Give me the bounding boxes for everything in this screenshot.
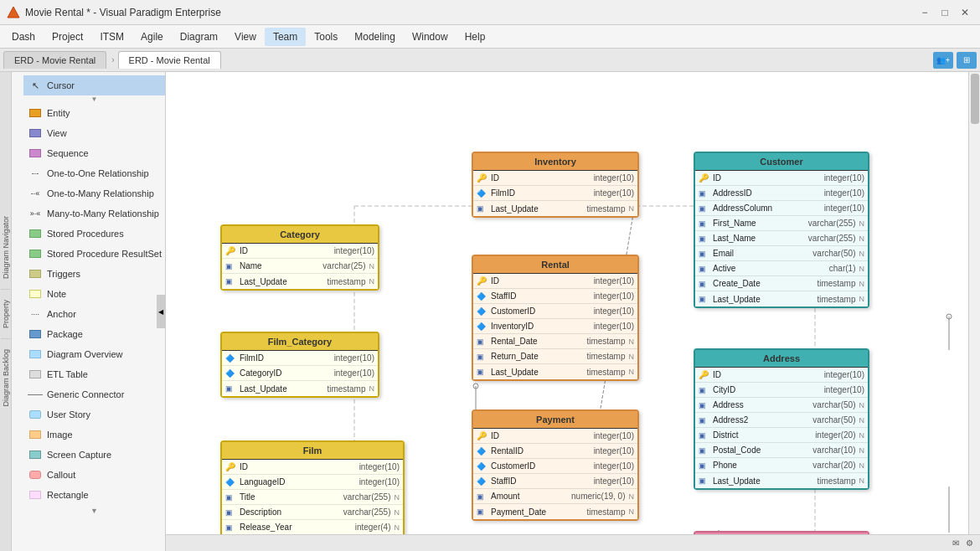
menu-project[interactable]: Project: [44, 28, 91, 46]
sidebar-item-image[interactable]: Image: [23, 425, 165, 445]
table-film[interactable]: Film 🔑 ID integer(10) 🔷 LanguageID integ…: [220, 440, 405, 539]
main-layout: Diagram Navigator Property Diagram Backl…: [0, 72, 980, 551]
table-row: ▣ CityID integer(10): [695, 383, 868, 398]
field-icon: ▣: [699, 189, 710, 198]
property-tab[interactable]: Property: [0, 293, 12, 335]
window-controls: − □ ✕: [916, 4, 973, 21]
table-payment[interactable]: Payment 🔑 ID integer(10) 🔷 RentalID inte…: [472, 409, 639, 521]
sidebar-item-etl-table[interactable]: ETL Table: [23, 364, 165, 384]
fk-icon: 🔷: [225, 354, 237, 363]
sidebar-item-diagram-overview[interactable]: Diagram Overview: [23, 344, 165, 364]
field-icon: ▣: [225, 384, 237, 393]
sidebar-collapse-button[interactable]: ◀: [157, 295, 165, 328]
field-icon: ▣: [477, 204, 488, 213]
menu-tools[interactable]: Tools: [306, 28, 346, 46]
sidebar-items: ↖ Cursor ▼ Entity View Sequence: [23, 72, 165, 551]
sidebar-item-many-to-many[interactable]: »·« Many-to-Many Relationship: [23, 203, 165, 224]
diagram-backlog-tab[interactable]: Diagram Backlog: [0, 342, 12, 414]
table-row: ▣ Last_Update timestamp N: [695, 291, 868, 306]
menu-dash[interactable]: Dash: [3, 28, 44, 46]
field-icon: ▣: [225, 262, 237, 270]
minimize-button[interactable]: −: [916, 4, 933, 21]
sidebar-item-generic-connector[interactable]: —— Generic Connector: [23, 384, 165, 404]
table-row: ▣ Return_Date timestamp N: [473, 349, 637, 364]
table-row: ▣ Active char(1) N: [695, 261, 868, 276]
image-icon: [28, 428, 42, 441]
sidebar-item-rectangle[interactable]: Rectangle: [23, 485, 165, 505]
table-row: 🔷 RentalID integer(10): [473, 444, 637, 459]
sidebar-item-user-story[interactable]: User Story: [23, 404, 165, 425]
table-row: 🔑 ID integer(10): [473, 171, 637, 186]
field-icon: ▣: [699, 446, 710, 455]
table-row: 🔑 ID integer(10): [222, 460, 403, 475]
diagram-navigator-tab[interactable]: Diagram Navigator: [0, 209, 12, 286]
title-bar: Movie Rental * - Visual Paradigm Enterpr…: [0, 0, 980, 25]
field-icon: ▣: [225, 493, 237, 502]
anchor-icon: ····: [28, 307, 42, 321]
table-row: 🔑 ID integer(10): [222, 244, 378, 259]
table-address[interactable]: Address 🔑 ID integer(10) ▣ CityID intege…: [694, 348, 869, 490]
table-category[interactable]: Category 🔑 ID integer(10) ▣ Name varchar…: [220, 224, 379, 291]
layout-button[interactable]: ⊞: [957, 52, 977, 69]
table-row: ▣ Address varchar(50) N: [695, 398, 868, 413]
fk-icon: 🔷: [225, 478, 237, 487]
sidebar-item-stored-proc-result[interactable]: Stored Procedure ResultSet: [23, 244, 165, 264]
table-inventory[interactable]: Inventory 🔑 ID integer(10) 🔷 FilmID inte…: [472, 152, 639, 218]
table-row: ▣ Last_Update timestamp N: [695, 473, 868, 488]
settings-icon[interactable]: ⚙: [966, 538, 973, 548]
table-row: 🔑 ID integer(10): [473, 274, 637, 289]
sidebar-item-one-to-one[interactable]: -·- One-to-One Relationship: [23, 163, 165, 183]
menu-diagram[interactable]: Diagram: [172, 28, 226, 46]
sidebar-item-note[interactable]: Note: [23, 284, 165, 304]
sidebar-item-anchor[interactable]: ···· Anchor: [23, 304, 165, 324]
field-icon: ▣: [699, 219, 710, 228]
sidebar-item-screen-capture[interactable]: Screen Capture: [23, 445, 165, 465]
scrollbar-thumb[interactable]: [971, 74, 979, 124]
maximize-button[interactable]: □: [936, 4, 953, 21]
sidebar-item-callout[interactable]: Callout: [23, 465, 165, 485]
one-to-many-icon: -·«: [28, 187, 42, 200]
tab-erd-2[interactable]: ERD - Movie Rental: [118, 51, 221, 69]
mail-icon[interactable]: ✉: [952, 538, 959, 548]
menu-modeling[interactable]: Modeling: [346, 28, 404, 46]
field-icon: ▣: [699, 280, 710, 288]
sidebar-item-one-to-many[interactable]: -·« One-to-Many Relationship: [23, 183, 165, 203]
table-row: ▣ Title varchar(255) N: [222, 490, 403, 505]
table-row: ▣ AddressID integer(10): [695, 186, 868, 201]
table-film-category[interactable]: Film_Category 🔷 FilmID integer(10) 🔷 Cat…: [220, 332, 379, 398]
sidebar-item-entity[interactable]: Entity: [23, 103, 165, 123]
sidebar-item-package[interactable]: Package: [23, 324, 165, 344]
sequence-icon: [28, 147, 42, 160]
vertical-scrollbar[interactable]: [968, 72, 980, 551]
sidebar-item-view[interactable]: View: [23, 123, 165, 143]
fk-icon: 🔷: [477, 447, 488, 456]
table-customer[interactable]: Customer 🔑 ID integer(10) ▣ AddressID in…: [694, 152, 869, 308]
field-icon: ▣: [699, 461, 710, 470]
canvas[interactable]: Inventory 🔑 ID integer(10) 🔷 FilmID inte…: [166, 72, 980, 551]
table-row: ▣ Amount numeric(19, 0) N: [473, 489, 637, 504]
menu-itsm[interactable]: ITSM: [91, 28, 132, 46]
collab-button[interactable]: 👥+: [933, 52, 953, 69]
menu-view[interactable]: View: [226, 28, 265, 46]
table-row: ▣ Release_Year integer(4) N: [222, 520, 403, 535]
table-rental[interactable]: Rental 🔑 ID integer(10) 🔷 StaffID intege…: [472, 255, 639, 381]
svg-point-10: [946, 314, 952, 319]
menu-help[interactable]: Help: [456, 28, 494, 46]
table-row: ▣ Postal_Code varchar(10) N: [695, 443, 868, 458]
app-icon: [7, 6, 20, 19]
sidebar-item-cursor[interactable]: ↖ Cursor: [23, 75, 165, 95]
one-to-one-icon: -·-: [28, 167, 42, 180]
close-button[interactable]: ✕: [957, 4, 973, 21]
table-row: ▣ Description varchar(255) N: [222, 505, 403, 520]
menu-window[interactable]: Window: [404, 28, 456, 46]
pk-icon: 🔑: [225, 246, 237, 255]
menu-team[interactable]: Team: [265, 28, 306, 46]
table-row: 🔑 ID integer(10): [695, 368, 868, 383]
sidebar-item-triggers[interactable]: Triggers: [23, 264, 165, 284]
menu-agile[interactable]: Agile: [132, 28, 172, 46]
screen-capture-icon: [28, 448, 42, 461]
tab-erd-1[interactable]: ERD - Movie Rental: [3, 51, 106, 69]
sidebar-item-sequence[interactable]: Sequence: [23, 143, 165, 163]
table-row: ▣ Last_Update timestamp N: [222, 381, 378, 396]
sidebar-item-stored-procedures[interactable]: Stored Procedures: [23, 224, 165, 244]
